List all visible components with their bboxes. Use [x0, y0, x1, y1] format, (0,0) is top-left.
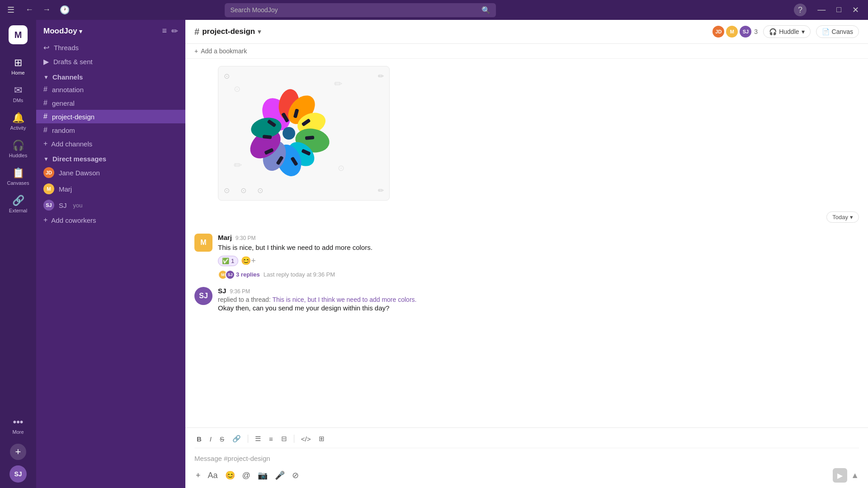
- add-channels-item[interactable]: + Add channels: [36, 137, 185, 150]
- back-button[interactable]: ←: [22, 3, 37, 17]
- members-avatars[interactable]: JD M SJ 3: [712, 26, 758, 38]
- channel-annotation-label: annotation: [52, 86, 84, 94]
- more-label: More: [12, 429, 24, 435]
- drafts-label: Drafts & sent: [53, 58, 93, 66]
- sidebar-item-external[interactable]: 🔗 External: [2, 191, 34, 217]
- more-icon: •••: [13, 416, 23, 428]
- close-button[interactable]: ✕: [849, 4, 863, 16]
- member-count: 3: [754, 28, 758, 35]
- bookmark-label: Add a bookmark: [201, 47, 247, 55]
- marj-msg-content: Marj 9:30 PM This is nice, but I think w…: [218, 234, 859, 280]
- sj-thread-ref: replied to a thread: This is nice, but I…: [218, 296, 859, 303]
- mention-button[interactable]: @: [241, 469, 252, 482]
- bookmark-bar[interactable]: + Add a bookmark: [185, 44, 868, 59]
- sidebar-header-icons: ≡ ✏: [162, 26, 178, 36]
- thread-info[interactable]: M SJ 3 replies Last reply today at 9:36 …: [218, 270, 859, 280]
- sidebar-item-huddles[interactable]: 🎧 Huddles: [2, 136, 34, 162]
- minimize-button[interactable]: —: [814, 4, 829, 16]
- toolbar-divider-1: [248, 435, 248, 443]
- sidebar-item-general[interactable]: # general: [36, 96, 185, 110]
- marj-time: 9:30 PM: [236, 235, 256, 241]
- composer-toolbar: B I S 🔗 ☰ ≡ ⊟ </> ⊞: [194, 433, 859, 448]
- italic-button[interactable]: I: [208, 434, 214, 444]
- block-button[interactable]: ⊞: [316, 433, 327, 444]
- huddle-button[interactable]: 🎧 Huddle ▾: [763, 25, 810, 38]
- add-coworkers-plus-icon: +: [43, 216, 47, 224]
- sidebar-item-threads[interactable]: ↩ Threads: [36, 41, 185, 55]
- filter-icon[interactable]: ≡: [162, 26, 167, 36]
- sidebar-item-home[interactable]: ⊞ Home: [2, 53, 34, 79]
- search-input[interactable]: [230, 6, 478, 14]
- sidebar-item-annotation[interactable]: # annotation: [36, 83, 185, 96]
- user-avatar[interactable]: SJ: [9, 465, 27, 483]
- workspace-name[interactable]: MoodJoy ▾: [43, 27, 82, 36]
- video-button[interactable]: 📷: [256, 469, 269, 482]
- titlebar-nav: ← → 🕐: [22, 3, 73, 17]
- composer-right: ▶ ▲: [833, 468, 859, 483]
- sidebar-item-more[interactable]: ••• More: [2, 413, 34, 438]
- threads-label: Threads: [54, 44, 79, 52]
- ordered-list-button[interactable]: ☰: [253, 433, 263, 444]
- code-button[interactable]: </>: [299, 434, 313, 444]
- dm-sj-tag: you: [73, 202, 83, 209]
- activity-label: Activity: [10, 125, 26, 131]
- today-button[interactable]: Today ▾: [826, 211, 859, 223]
- sidebar-item-drafts[interactable]: ▶ Drafts & sent: [36, 55, 185, 69]
- channel-header-right: JD M SJ 3 🎧 Huddle ▾ 📄 Canvas: [712, 25, 859, 38]
- dm-item-marj[interactable]: M Marj: [36, 181, 185, 197]
- channel-project-design-label: project-design: [52, 113, 94, 121]
- bold-button[interactable]: B: [194, 434, 204, 444]
- add-button[interactable]: +: [10, 444, 26, 460]
- link-button[interactable]: 🔗: [230, 433, 243, 444]
- compose-icon[interactable]: ✏: [171, 26, 178, 36]
- channels-section-header[interactable]: ▼ Channels: [36, 69, 185, 83]
- sidebar-item-dms[interactable]: ✉ DMs: [2, 81, 34, 107]
- composer-bottom: + Aa 😊 @ 📷 🎤 ⊘ ▶ ▲: [194, 468, 859, 483]
- dm-section-header[interactable]: ▼ Direct messages: [36, 150, 185, 164]
- huddles-label: Huddles: [9, 153, 27, 158]
- sidebar-item-activity[interactable]: 🔔 Activity: [2, 108, 34, 134]
- indent-button[interactable]: ⊟: [279, 433, 289, 444]
- dm-item-jane[interactable]: JD Jane Dawson: [36, 164, 185, 181]
- today-label: Today: [832, 214, 848, 221]
- window-controls: — □ ✕: [814, 4, 863, 16]
- sidebar-item-random[interactable]: # random: [36, 123, 185, 137]
- help-icon[interactable]: ?: [794, 4, 807, 16]
- format-button[interactable]: Aa: [207, 469, 219, 482]
- sj-avatar: SJ: [43, 200, 54, 211]
- add-reaction-button[interactable]: 😊+: [241, 256, 256, 266]
- emoji-button[interactable]: 😊: [224, 469, 236, 482]
- sidebar-item-canvases[interactable]: 📋 Canvases: [2, 164, 34, 189]
- workspace-avatar[interactable]: M: [9, 25, 28, 44]
- sj-msg-header: SJ 9:36 PM: [218, 287, 859, 295]
- reaction-checkmark[interactable]: ✅ 1: [218, 256, 238, 266]
- message-input[interactable]: [194, 452, 859, 465]
- expand-icon[interactable]: ▲: [851, 471, 859, 480]
- strikethrough-button[interactable]: S: [217, 434, 226, 444]
- audio-button[interactable]: 🎤: [274, 469, 286, 482]
- history-button[interactable]: 🕐: [56, 3, 73, 17]
- send-button[interactable]: ▶: [833, 468, 847, 483]
- add-channels-label: Add channels: [51, 140, 92, 148]
- sidebar-item-project-design[interactable]: # project-design: [36, 110, 185, 123]
- home-label: Home: [11, 70, 24, 75]
- channel-name[interactable]: # project-design ▾: [194, 27, 261, 37]
- attach-button[interactable]: +: [194, 469, 202, 482]
- search-bar[interactable]: 🔍: [225, 3, 496, 17]
- add-coworkers-label: Add coworkers: [51, 216, 96, 224]
- unordered-list-button[interactable]: ≡: [267, 434, 275, 444]
- thread-avatars: M SJ: [218, 270, 232, 280]
- sj-thread-quoted-link[interactable]: This is nice, but I think we need to add…: [272, 296, 416, 303]
- channel-name-text: project-design: [202, 27, 255, 36]
- forward-button[interactable]: →: [39, 3, 54, 17]
- color-wheel-image: ✏ ✏ ⊙ ⊙: [226, 74, 352, 191]
- jane-avatar: JD: [43, 167, 54, 178]
- canvas-button[interactable]: 📄 Canvas: [816, 25, 859, 38]
- thread-replies-count[interactable]: 3 replies: [236, 271, 260, 278]
- add-coworkers-item[interactable]: + Add coworkers: [36, 213, 185, 227]
- menu-icon[interactable]: ☰: [5, 3, 16, 17]
- dm-item-sj[interactable]: SJ SJ you: [36, 197, 185, 213]
- member-avatar-jd: JD: [712, 26, 724, 38]
- workflow-button[interactable]: ⊘: [291, 469, 300, 482]
- maximize-button[interactable]: □: [833, 4, 845, 16]
